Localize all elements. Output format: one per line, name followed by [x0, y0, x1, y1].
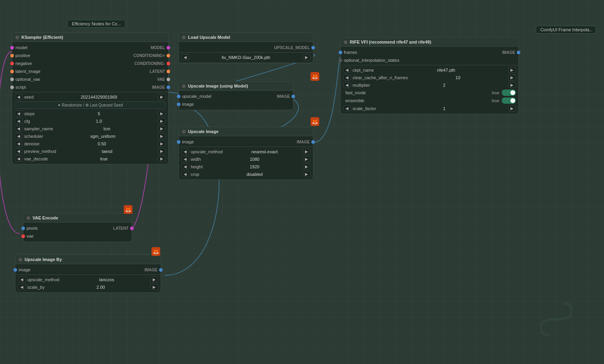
- ksampler-port-negative: negative CONDITIONING-: [12, 59, 168, 67]
- port-dot-upscale-img-in: [177, 103, 180, 106]
- scheduler-right-btn[interactable]: ▶: [158, 133, 166, 139]
- upscale-model-port-upscale: upscale_model IMAGE: [179, 92, 293, 100]
- widget-vae-decode[interactable]: ◀ vae_decode true ▶: [12, 155, 168, 162]
- widget-upscale-method[interactable]: ◀ upscale_method nearest-exact ▶: [179, 148, 313, 155]
- widget-ckpt[interactable]: ◀ ckpt_name rife47.pth ▶: [341, 66, 518, 74]
- widget-crop[interactable]: ◀ crop disabled ▶: [179, 170, 313, 178]
- port-dot-model: [10, 46, 14, 50]
- widget-ensemble[interactable]: ensemble true: [341, 97, 518, 105]
- widget-preview[interactable]: ◀ preview_method taesd ▶: [12, 147, 168, 155]
- vae-decode-left-btn[interactable]: ◀: [15, 156, 23, 162]
- seed-left-btn[interactable]: ◀: [15, 94, 23, 100]
- ksampler-dot: [15, 36, 19, 39]
- denoise-left-btn[interactable]: ◀: [15, 141, 23, 147]
- ksampler-port-vae: optional_vae VAE: [12, 75, 168, 83]
- widget-cfg[interactable]: ◀ cfg 1.0 ▶: [12, 117, 168, 125]
- scale-factor-right[interactable]: ▶: [508, 105, 516, 111]
- widget-height[interactable]: ◀ height 1920 ▶: [179, 163, 313, 170]
- upscale-image-body: image IMAGE ◀ upscale_method nearest-exa…: [179, 136, 313, 179]
- port-dot-upscale-model-out: [311, 46, 315, 50]
- widget-denoise[interactable]: ◀ denoise 0.50 ▶: [12, 140, 168, 147]
- upscale-model-dot: [182, 84, 186, 88]
- port-dot-positive-out: [167, 54, 170, 57]
- crop-right[interactable]: ▶: [303, 171, 311, 177]
- widget-scale-by[interactable]: ◀ scale_by 2.00 ▶: [15, 283, 161, 291]
- model-name-left-btn[interactable]: ◀: [181, 54, 189, 60]
- ckpt-right[interactable]: ▶: [508, 67, 516, 73]
- port-dot-vae-in: [21, 234, 25, 238]
- widget-seed[interactable]: ◀ seed 202144329001969 ▶: [12, 93, 168, 101]
- preview-left-btn[interactable]: ◀: [15, 148, 23, 154]
- port-dot-vae-out: [167, 78, 170, 81]
- widget-randomize[interactable]: ✦ Randomize / ♻ Last Queued Seed: [12, 101, 168, 110]
- fast-mode-toggle[interactable]: [502, 90, 516, 96]
- widget-sampler[interactable]: ◀ sampler_name lcm ▶: [12, 125, 168, 132]
- randomize-btn[interactable]: ✦ Randomize / ♻ Last Queued Seed: [15, 101, 166, 109]
- upscale-image-node: Upscale Image image IMAGE ◀ upscale_meth…: [178, 127, 313, 180]
- multiplier-left[interactable]: ◀: [343, 82, 351, 88]
- vae-decode-right-btn[interactable]: ▶: [158, 156, 166, 162]
- clear-cache-right[interactable]: ▶: [508, 74, 516, 80]
- scheduler-left-btn[interactable]: ◀: [15, 133, 23, 139]
- port-dot-upscale-model-in: [177, 95, 180, 98]
- fox-badge-upscale2: 🦊: [311, 117, 319, 126]
- widget-width[interactable]: ◀ width 1080 ▶: [179, 155, 313, 163]
- sampler-left-btn[interactable]: ◀: [15, 126, 23, 131]
- ensemble-toggle[interactable]: [502, 97, 516, 104]
- crop-left[interactable]: ◀: [181, 171, 189, 177]
- upscale-by-method-left[interactable]: ◀: [18, 276, 26, 282]
- width-left[interactable]: ◀: [181, 156, 189, 162]
- widget-clear-cache[interactable]: ◀ clear_cache_after_n_frames 10 ▶: [341, 74, 518, 81]
- comfyui-frame-group-label: ComfyUI Frame Interpola..: [536, 26, 596, 34]
- load-upscale-node: Load Upscale Model UPSCALE_MODEL ◀ 4x_NM…: [178, 32, 313, 63]
- widget-model-name[interactable]: ◀ 4x_NMKD-Siax_200k.pth ▶: [179, 53, 313, 61]
- port-dot-frames-in: [339, 51, 342, 54]
- load-upscale-dot: [182, 36, 186, 39]
- widget-scale-factor[interactable]: ◀ scale_factor 1 ▶: [341, 105, 518, 112]
- model-name-right-btn[interactable]: ▶: [303, 54, 311, 60]
- steps-left-btn[interactable]: ◀: [15, 111, 23, 116]
- rife-vfi-header: RIFE VFI (recommend rife47 and rife49): [341, 38, 518, 47]
- vae-encode-node: VAE Encode pixels LATENT vae: [23, 213, 132, 242]
- rife-vfi-dot: [344, 40, 347, 44]
- ksampler-body: model MODEL positive CONDITIONING+ negat…: [12, 42, 168, 164]
- port-dot-latent-out: [167, 70, 170, 73]
- efficiency-group-label: Efficiency Nodes for Co...: [67, 20, 125, 28]
- steps-right-btn[interactable]: ▶: [158, 111, 166, 116]
- port-dot-script: [10, 86, 14, 89]
- upscale-method-left[interactable]: ◀: [181, 149, 189, 154]
- cfg-left-btn[interactable]: ◀: [15, 118, 23, 124]
- height-right[interactable]: ▶: [303, 164, 311, 170]
- cfg-right-btn[interactable]: ▶: [158, 118, 166, 124]
- vae-encode-header: VAE Encode: [23, 213, 132, 223]
- widget-scheduler[interactable]: ◀ scheduler sgm_uniform ▶: [12, 132, 168, 140]
- port-dot-positive: [10, 54, 14, 57]
- clear-cache-left[interactable]: ◀: [343, 74, 351, 80]
- port-dot-latent: [10, 70, 14, 73]
- scale-by-left[interactable]: ◀: [18, 284, 26, 290]
- scale-factor-left[interactable]: ◀: [343, 105, 351, 111]
- preview-right-btn[interactable]: ▶: [158, 148, 166, 154]
- widget-upscale-by-method[interactable]: ◀ upscale_method lanczos ▶: [15, 276, 161, 283]
- upscale-by-port-image: image IMAGE: [15, 266, 161, 274]
- upscale-by-node: Upscale Image By image IMAGE ◀ upscale_m…: [15, 255, 161, 293]
- upscale-by-method-right[interactable]: ▶: [150, 276, 158, 282]
- rife-vfi-body: frames IMAGE optional_interpolation_stat…: [341, 47, 518, 114]
- seed-right-btn[interactable]: ▶: [158, 94, 166, 100]
- width-right[interactable]: ▶: [303, 156, 311, 162]
- upscale-by-dot: [19, 258, 22, 261]
- scale-by-right[interactable]: ▶: [150, 284, 158, 290]
- widget-steps[interactable]: ◀ steps 5 ▶: [12, 110, 168, 117]
- ksampler-port-script: script IMAGE: [12, 83, 168, 91]
- widget-fast-mode[interactable]: fast_mode true: [341, 89, 518, 97]
- load-upscale-body: UPSCALE_MODEL ◀ 4x_NMKD-Siax_200k.pth ▶: [179, 42, 313, 63]
- fox-badge-bottom: 🦊: [151, 247, 160, 256]
- upscale-image-dot: [182, 130, 186, 133]
- multiplier-right[interactable]: ▶: [508, 82, 516, 88]
- sampler-right-btn[interactable]: ▶: [158, 126, 166, 131]
- upscale-method-right[interactable]: ▶: [303, 149, 311, 154]
- height-left[interactable]: ◀: [181, 164, 189, 170]
- ckpt-left[interactable]: ◀: [343, 67, 351, 73]
- widget-multiplier[interactable]: ◀ multiplier 2 ▶: [341, 81, 518, 89]
- denoise-right-btn[interactable]: ▶: [158, 141, 166, 147]
